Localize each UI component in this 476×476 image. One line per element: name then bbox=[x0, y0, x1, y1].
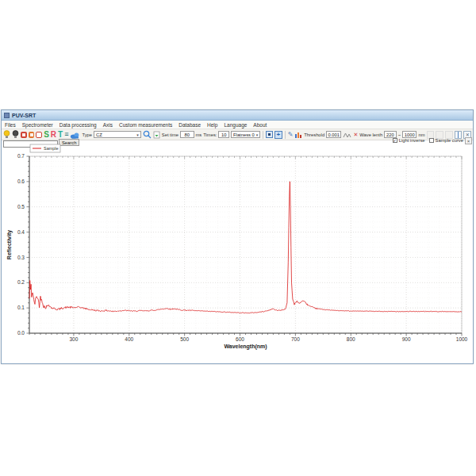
menu-language[interactable]: Language bbox=[221, 122, 250, 128]
ms-label: ms bbox=[196, 132, 202, 137]
menu-files[interactable]: Files bbox=[2, 122, 19, 128]
sample-curve-option[interactable]: Sample curve bbox=[429, 138, 463, 143]
times-input[interactable]: 10 bbox=[218, 131, 229, 138]
wave-to-input[interactable]: 1000 bbox=[402, 131, 416, 138]
pencil-icon[interactable]: ✎ bbox=[288, 132, 294, 138]
type-value: CZ bbox=[96, 132, 102, 137]
title-bar[interactable]: PUV-SRT bbox=[2, 110, 473, 121]
wavelength-range-label: Wave lenth bbox=[359, 132, 382, 137]
svg-text:400: 400 bbox=[125, 336, 133, 342]
svg-text:0.1: 0.1 bbox=[17, 305, 25, 310]
menu-data-processing[interactable]: Data processing bbox=[56, 122, 100, 128]
menu-custom-measurements[interactable]: Custom measurements bbox=[116, 122, 175, 128]
menu-axis[interactable]: Axis bbox=[100, 122, 116, 128]
svg-text:0.7: 0.7 bbox=[17, 153, 25, 159]
svg-text:Wavelength(nm): Wavelength(nm) bbox=[224, 344, 267, 350]
svg-text:700: 700 bbox=[291, 336, 300, 342]
flatness-combobox[interactable]: Flatness 0 ▾ bbox=[231, 131, 260, 138]
window-title: PUV-SRT bbox=[12, 113, 36, 118]
svg-text:Reflectivity: Reflectivity bbox=[6, 230, 13, 259]
threshold-label: Threshold bbox=[304, 132, 324, 137]
app-window: PUV-SRT Files Spectrometer Data processi… bbox=[1, 109, 474, 364]
list-icon[interactable]: ≡ bbox=[64, 131, 68, 138]
peaks-icon[interactable] bbox=[343, 128, 351, 142]
chevron-down-icon: ▾ bbox=[136, 132, 139, 137]
chevron-down-icon: ▾ bbox=[256, 132, 259, 137]
reference-measure-icon[interactable] bbox=[29, 132, 35, 138]
menu-help[interactable]: Help bbox=[204, 122, 221, 128]
menu-spectrometer[interactable]: Spectrometer bbox=[19, 122, 56, 128]
nm-label: nm bbox=[418, 132, 424, 137]
app-icon bbox=[4, 113, 10, 118]
svg-text:0.4: 0.4 bbox=[17, 229, 25, 235]
svg-text:600: 600 bbox=[236, 336, 244, 342]
svg-text:0.2: 0.2 bbox=[17, 279, 25, 285]
checkbox-unchecked-icon[interactable] bbox=[429, 138, 434, 143]
svg-text:500: 500 bbox=[180, 336, 189, 342]
threshold-input[interactable]: 0.001 bbox=[326, 131, 341, 138]
svg-text:0.0: 0.0 bbox=[17, 330, 25, 336]
svg-text:1000: 1000 bbox=[456, 336, 468, 342]
svg-text:300: 300 bbox=[69, 336, 78, 342]
frame-select-icon[interactable] bbox=[266, 131, 273, 138]
set-time-input[interactable]: 80 bbox=[180, 131, 194, 138]
svg-text:800: 800 bbox=[347, 336, 355, 342]
set-time-label: Set time bbox=[162, 132, 178, 137]
menu-database[interactable]: Database bbox=[175, 122, 204, 128]
menu-about[interactable]: About bbox=[250, 122, 270, 128]
disabled-tool-icon bbox=[445, 131, 453, 139]
type-label: Type bbox=[82, 132, 92, 137]
toolbar-divider bbox=[285, 131, 286, 139]
svg-text:0.5: 0.5 bbox=[17, 204, 25, 209]
tilde-label: ~ bbox=[398, 132, 401, 137]
toolbar-divider bbox=[263, 131, 263, 139]
disabled-tool-icon bbox=[427, 131, 435, 139]
checkbox-checked-icon[interactable]: ✓ bbox=[393, 138, 397, 143]
svg-text:900: 900 bbox=[402, 336, 411, 342]
sample-curve-label: Sample curve bbox=[436, 138, 463, 143]
color-bars-icon[interactable] bbox=[294, 128, 302, 142]
svg-text:0.6: 0.6 bbox=[17, 178, 25, 184]
disabled-tool-icon bbox=[436, 131, 443, 139]
lamp-on-icon[interactable] bbox=[3, 128, 10, 142]
flatness-value: Flatness 0 bbox=[233, 132, 255, 137]
light-inverse-option[interactable]: ✓ Light inverse bbox=[393, 138, 425, 143]
remove-peak-icon[interactable]: ✕ bbox=[353, 132, 358, 138]
crosshair-add-icon[interactable]: + bbox=[274, 131, 282, 139]
search-zoom-icon[interactable] bbox=[143, 128, 152, 142]
export-doc-icon[interactable] bbox=[153, 128, 160, 142]
reflectivity-chart[interactable]: 30040050060070080090010000.00.10.20.30.4… bbox=[2, 144, 474, 365]
svg-text:0.3: 0.3 bbox=[17, 255, 25, 260]
t-button[interactable]: T bbox=[58, 131, 63, 139]
s-button[interactable]: S bbox=[44, 131, 49, 139]
lamp-off-icon[interactable] bbox=[12, 128, 19, 142]
wave-from-input[interactable]: 220 bbox=[384, 131, 397, 138]
cursor-tool-icon[interactable] bbox=[455, 131, 463, 139]
dark-measure-icon[interactable] bbox=[21, 132, 27, 138]
r-button[interactable]: R bbox=[51, 131, 56, 139]
svg-text:Sample: Sample bbox=[44, 146, 59, 151]
times-label: Times: bbox=[203, 132, 217, 137]
sample-measure-icon[interactable] bbox=[36, 132, 42, 138]
light-inverse-label: Light inverse bbox=[399, 138, 425, 143]
type-combobox[interactable]: CZ ▾ bbox=[94, 131, 141, 138]
